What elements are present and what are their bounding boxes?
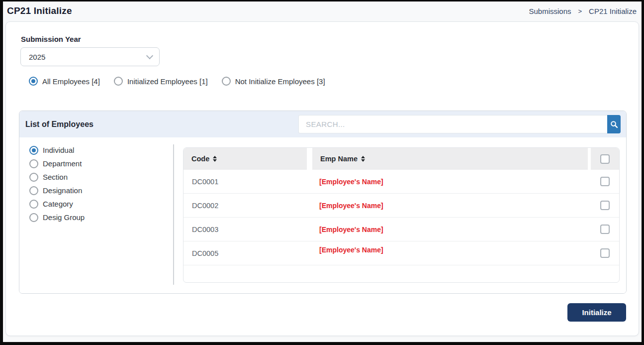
breadcrumb-current: CP21 Initialize [589,7,637,15]
employee-name: [Employee's Name] [312,226,588,233]
table-row: DC0003 [Employee's Name] [184,218,619,241]
breadcrumb-separator-icon: > [578,7,582,15]
initialize-button[interactable]: Initialize [567,303,626,322]
search-group [298,115,621,133]
radio-department-label: Department [43,159,82,168]
table-row: DC0002 [Employee's Name] [184,194,619,218]
employee-code: DC0001 [184,178,307,186]
radio-designation-label: Designation [43,186,82,195]
radio-all-employees-label: All Employees [4] [42,77,100,86]
radio-unselected-icon [29,200,38,209]
vertical-divider [173,144,174,285]
submission-year-value: 2025 [29,53,147,61]
list-of-employees-panel: List of Employees Individual [19,111,627,294]
employee-code: DC0002 [184,202,307,210]
radio-desig-group[interactable]: Desig Group [29,213,85,222]
row-checkbox[interactable] [600,225,610,234]
row-checkbox[interactable] [600,248,610,258]
radio-designation[interactable]: Designation [29,186,85,195]
main-card: Submission Year 2025 All Employees [4] I… [5,21,639,336]
top-bar: CP21 Initialize Submissions > CP21 Initi… [3,1,642,20]
radio-selected-icon [29,77,38,86]
column-header-emp-name-label: Emp Name [320,155,358,163]
column-header-emp-name[interactable]: Emp Name [312,148,588,170]
search-input[interactable] [298,115,607,133]
table-row: DC0005 [Employee's Name] [184,241,619,265]
magnifier-icon [610,120,618,128]
radio-selected-icon [29,146,38,155]
radio-not-initialize-employees-label: Not Initialize Employees [3] [235,77,325,86]
app-window: CP21 Initialize Submissions > CP21 Initi… [0,0,644,345]
panel-body: Individual Department Section Designatio… [19,137,626,294]
employee-name: [Employee's Name] [312,178,588,186]
employee-code: DC0005 [184,249,307,257]
radio-individual[interactable]: Individual [29,145,85,155]
row-checkbox[interactable] [600,201,610,210]
column-header-code-label: Code [191,155,209,163]
radio-unselected-icon [29,213,38,222]
employee-name: [Employee's Name] [312,202,588,210]
radio-category-label: Category [43,200,73,208]
submission-year-label: Submission Year [21,35,81,43]
radio-unselected-icon [29,186,38,195]
table-row: DC0001 [Employee's Name] [184,170,619,194]
radio-department[interactable]: Department [29,159,85,168]
radio-category[interactable]: Category [29,199,85,209]
radio-initialized-employees[interactable]: Initialized Employees [1] [114,77,208,86]
group-by-radio-group: Individual Department Section Designatio… [29,145,85,222]
radio-all-employees[interactable]: All Employees [4] [29,77,100,86]
employee-code: DC0003 [184,226,307,233]
radio-unselected-icon [114,77,123,86]
panel-header: List of Employees [19,111,626,137]
row-checkbox[interactable] [600,177,610,186]
employee-name: [Employee's Name] [312,246,588,254]
breadcrumb: Submissions > CP21 Initialize [529,7,637,15]
radio-individual-label: Individual [43,146,74,154]
column-header-code[interactable]: Code [184,148,307,170]
radio-unselected-icon [29,173,38,182]
sort-arrows-icon [361,156,365,162]
sort-arrows-icon [213,156,217,162]
radio-section-label: Section [43,173,68,181]
radio-unselected-icon [29,159,38,168]
radio-not-initialize-employees[interactable]: Not Initialize Employees [3] [222,77,325,86]
radio-unselected-icon [222,77,231,86]
submission-year-select[interactable]: 2025 [20,47,160,66]
column-header-select-all [591,148,619,170]
page-title: CP21 Initialize [7,5,72,16]
employee-filter-radio-group: All Employees [4] Initialized Employees … [29,77,325,86]
select-all-checkbox[interactable] [600,154,610,164]
search-button[interactable] [607,115,621,133]
table-header-row: Code Emp Name [184,148,619,170]
breadcrumb-submissions[interactable]: Submissions [529,7,571,15]
employees-table: Code Emp Name DC0001 [Employe [183,147,620,283]
radio-initialized-employees-label: Initialized Employees [1] [127,77,208,86]
chevron-down-icon [146,52,153,59]
radio-section[interactable]: Section [29,172,85,182]
radio-desig-group-label: Desig Group [43,213,85,222]
panel-title: List of Employees [25,120,93,129]
